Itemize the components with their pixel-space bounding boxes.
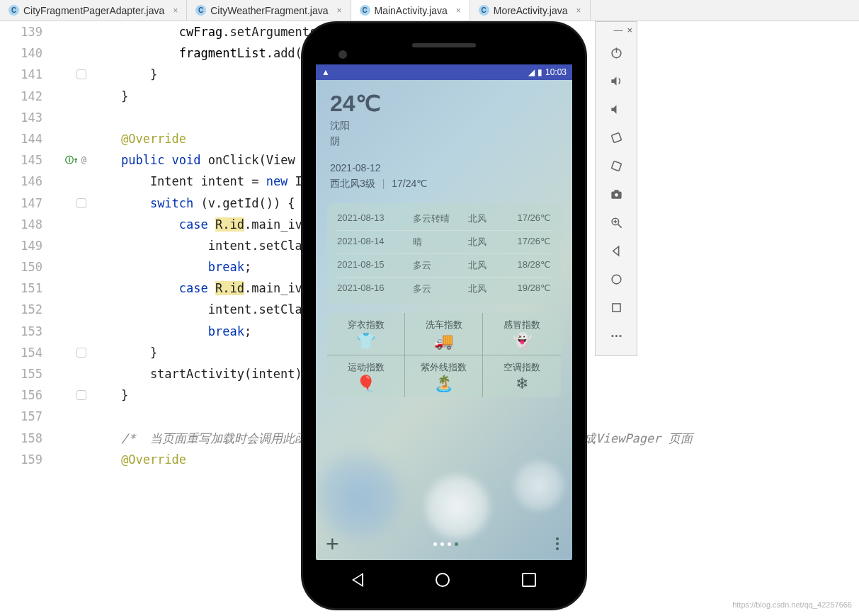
tab-main-activity[interactable]: CMainActivity.java× <box>351 0 470 21</box>
index-运动指数[interactable]: 运动指数🎈 <box>327 355 405 397</box>
svg-rect-2 <box>611 132 621 142</box>
svg-point-12 <box>612 275 621 284</box>
tab-city-weather[interactable]: CCityWeatherFragment.java× <box>187 0 351 21</box>
java-class-icon: C <box>8 5 19 16</box>
emu-rotate-left-button[interactable] <box>596 123 637 152</box>
current-temp: 24℃ <box>330 90 558 117</box>
close-icon[interactable]: × <box>576 6 581 16</box>
current-date: 2021-08-12 <box>330 162 558 173</box>
emu-more-button[interactable] <box>596 321 637 350</box>
forecast-card: 2021-08-13多云转晴北风17/26℃2021-08-14晴北风17/26… <box>327 203 561 304</box>
emu-screenshot-button[interactable] <box>596 180 637 208</box>
close-icon[interactable]: × <box>173 6 178 16</box>
svg-point-16 <box>619 334 621 336</box>
emu-zoom-button[interactable] <box>596 208 637 236</box>
java-class-icon: C <box>479 5 489 16</box>
forecast-row: 2021-08-15多云北风18/28℃ <box>337 254 551 278</box>
emu-power-button[interactable] <box>596 38 637 67</box>
emu-rotate-right-button[interactable] <box>596 152 637 180</box>
add-city-button[interactable]: + <box>326 531 339 557</box>
java-class-icon: C <box>360 5 370 16</box>
tab-more-activity[interactable]: CMoreActivity.java× <box>470 0 591 21</box>
watermark: https://blog.csdn.net/qq_42257666 <box>732 600 852 609</box>
phone-frame: ▲ ◢ ▮ 10:03 24℃ 沈阳 阴 2021-08-12 西北风3级 | … <box>301 21 587 610</box>
tab-label: CityFragmentPagerAdapter.java <box>23 5 164 16</box>
emulator-toolbar: — × <box>595 21 637 356</box>
phone-camera <box>339 50 347 59</box>
close-icon[interactable]: × <box>627 25 632 35</box>
forecast-row: 2021-08-14晴北风17/26℃ <box>337 231 551 254</box>
index-穿衣指数[interactable]: 穿衣指数👕 <box>327 313 405 355</box>
indices-card: 穿衣指数👕洗车指数🚚感冒指数👻运动指数🎈紫外线指数🏝️空调指数❄ <box>327 313 561 397</box>
index-紫外线指数[interactable]: 紫外线指数🏝️ <box>405 355 483 397</box>
emulator-window-controls: — × <box>596 22 637 38</box>
android-navbar <box>316 563 572 597</box>
nav-back-button[interactable] <box>352 573 363 587</box>
status-bar: ▲ ◢ ▮ 10:03 <box>316 64 572 80</box>
emu-home-button[interactable] <box>596 265 637 293</box>
phone-screen[interactable]: ▲ ◢ ▮ 10:03 24℃ 沈阳 阴 2021-08-12 西北风3级 | … <box>316 64 572 560</box>
forecast-row: 2021-08-16多云北风19/28℃ <box>337 278 551 300</box>
svg-marker-11 <box>613 246 618 256</box>
index-感冒指数[interactable]: 感冒指数👻 <box>483 313 561 355</box>
battery-icon: ▮ <box>537 67 542 77</box>
emu-volume-down-button[interactable] <box>596 95 637 123</box>
index-洗车指数[interactable]: 洗车指数🚚 <box>405 313 483 355</box>
status-time: 10:03 <box>545 67 567 77</box>
current-wind: 西北风3级 <box>330 178 375 189</box>
emu-recent-button[interactable] <box>596 293 637 321</box>
nav-home-button[interactable] <box>436 573 450 587</box>
current-condition: 阴 <box>330 135 558 148</box>
current-sub: 西北风3级 | 17/24℃ <box>330 178 558 190</box>
pager-dots <box>433 542 458 546</box>
svg-rect-13 <box>612 303 620 311</box>
warning-icon: ▲ <box>322 67 330 77</box>
nav-recent-button[interactable] <box>522 573 536 587</box>
svg-point-15 <box>615 334 617 336</box>
line-gutter: 1391401411421431441451461471481491501511… <box>0 21 50 616</box>
signal-icon: ◢ <box>528 67 535 77</box>
forecast-row: 2021-08-13多云转晴北风17/26℃ <box>337 207 551 231</box>
svg-rect-3 <box>611 161 621 171</box>
emulator: ▲ ◢ ▮ 10:03 24℃ 沈阳 阴 2021-08-12 西北风3级 | … <box>301 21 587 610</box>
close-icon[interactable]: × <box>456 6 461 16</box>
svg-line-8 <box>618 224 621 227</box>
tab-label: MoreActivity.java <box>494 5 568 16</box>
svg-point-14 <box>611 334 613 336</box>
bottom-bar: + <box>316 527 572 560</box>
minimize-icon[interactable]: — <box>613 25 622 35</box>
index-空调指数[interactable]: 空调指数❄ <box>483 355 561 397</box>
editor-tabs: CCityFragmentPagerAdapter.java× CCityWea… <box>0 0 859 21</box>
tab-label: CityWeatherFragment.java <box>210 5 328 16</box>
tab-label: MainActivity.java <box>375 5 448 16</box>
current-city: 沈阳 <box>330 120 558 132</box>
weather-current: 24℃ 沈阳 阴 2021-08-12 西北风3级 | 17/24℃ <box>316 80 572 195</box>
more-button[interactable] <box>552 537 562 550</box>
phone-earpiece <box>412 43 476 47</box>
svg-point-5 <box>615 193 618 196</box>
current-range: 17/24℃ <box>392 178 428 189</box>
emu-back-button[interactable] <box>596 236 637 265</box>
gutter-marks: Ⓘ↑ @ <box>50 21 92 616</box>
svg-rect-6 <box>614 190 618 192</box>
close-icon[interactable]: × <box>336 6 341 16</box>
emu-volume-up-button[interactable] <box>596 67 637 95</box>
tab-city-adapter[interactable]: CCityFragmentPagerAdapter.java× <box>0 0 187 21</box>
java-class-icon: C <box>195 5 206 16</box>
